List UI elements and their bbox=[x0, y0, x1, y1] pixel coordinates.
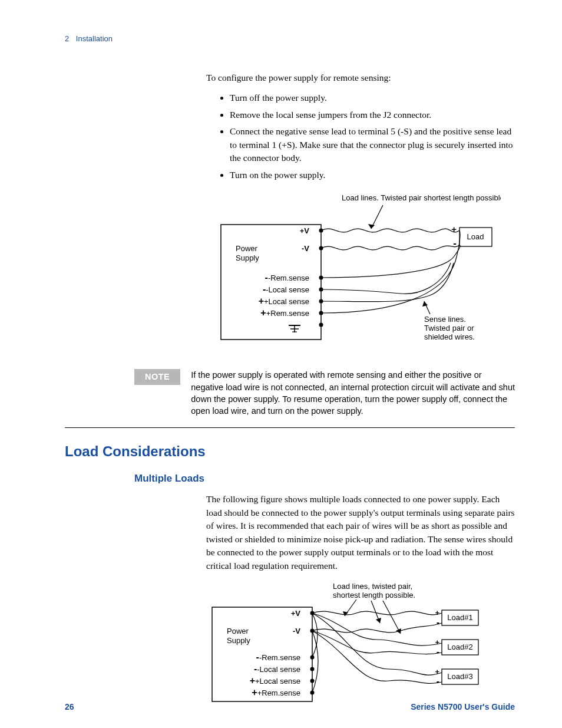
steps-list: Turn off the power supply. Remove the lo… bbox=[230, 91, 515, 182]
pos-rem-label: ++Rem.sense bbox=[260, 308, 309, 318]
d2-minus-v: -V bbox=[293, 627, 300, 635]
step-item: Turn on the power supply. bbox=[230, 169, 515, 182]
load2-label: Load#2 bbox=[447, 643, 472, 651]
l2-plus: + bbox=[435, 638, 439, 647]
step-item: Turn off the power supply. bbox=[230, 91, 515, 104]
svg-point-27 bbox=[310, 667, 315, 671]
multi-loads-text: The following figure shows multiple load… bbox=[206, 493, 515, 572]
multi-loads-text-block: The following figure shows multiple load… bbox=[206, 493, 515, 572]
chapter-title: Installation bbox=[76, 34, 113, 43]
l2-minus: - bbox=[437, 647, 439, 657]
d2-plus-v: +V bbox=[291, 609, 301, 618]
note-text: If the power supply is operated with rem… bbox=[191, 369, 515, 417]
note-block: NOTE If the power supply is operated wit… bbox=[134, 369, 515, 417]
d2-pos-rem: ++Rem.sense bbox=[252, 687, 300, 697]
section-heading: Load Considerations bbox=[65, 443, 515, 460]
svg-point-13 bbox=[319, 323, 323, 327]
chapter-header: 2 Installation bbox=[65, 34, 515, 43]
note-badge: NOTE bbox=[134, 369, 180, 384]
intro-block: To configure the power supply for remote… bbox=[206, 71, 515, 182]
subsection-heading: Multiple Loads bbox=[134, 473, 515, 485]
step-item: Remove the local sense jumpers from the … bbox=[230, 108, 515, 121]
intro-text: To configure the power supply for remote… bbox=[206, 71, 515, 84]
svg-marker-16 bbox=[422, 301, 428, 307]
load-label: Load bbox=[467, 232, 484, 241]
plus-v-label: +V bbox=[300, 226, 310, 235]
svg-point-28 bbox=[310, 679, 315, 683]
section-divider bbox=[65, 427, 515, 428]
remote-sense-diagram: Load lines. Twisted pair shortest length… bbox=[206, 192, 515, 357]
l3-plus: + bbox=[435, 667, 439, 676]
diagram-caption-side: Sense lines. Twisted pair or shielded wi… bbox=[424, 315, 476, 341]
load-plus: + bbox=[451, 224, 457, 234]
l1-plus: + bbox=[435, 608, 439, 617]
load3-label: Load#3 bbox=[447, 672, 472, 681]
d2-neg-loc: --Local sense bbox=[254, 664, 300, 674]
footer-title: Series N5700 User's Guide bbox=[411, 702, 515, 711]
minus-v-label: -V bbox=[302, 244, 309, 253]
svg-line-21 bbox=[383, 601, 401, 634]
d2-power-supply-label: PowerSupply bbox=[227, 627, 250, 645]
multiple-loads-diagram: Load lines, twisted pair, shortest lengt… bbox=[206, 581, 515, 704]
document-page: 2 Installation To configure the power su… bbox=[0, 0, 562, 728]
load1-label: Load#1 bbox=[447, 613, 472, 622]
svg-marker-1 bbox=[368, 224, 375, 229]
l3-minus: - bbox=[437, 676, 439, 686]
page-footer: 26 Series N5700 User's Guide bbox=[65, 702, 515, 711]
page-number: 26 bbox=[65, 702, 74, 711]
step-item: Connect the negative sense lead to termi… bbox=[230, 125, 515, 164]
diagram-caption-top: Load lines. Twisted pair shortest length… bbox=[342, 193, 501, 202]
load-minus: - bbox=[453, 238, 457, 249]
pos-loc-label: ++Local sense bbox=[259, 296, 309, 306]
l1-minus: - bbox=[437, 617, 439, 627]
power-supply-label: PowerSupply bbox=[236, 244, 259, 262]
d2-neg-rem: --Rem.sense bbox=[256, 652, 300, 662]
neg-loc-label: --Local sense bbox=[263, 284, 309, 294]
d2-pos-loc: ++Local sense bbox=[250, 676, 300, 686]
chapter-number: 2 bbox=[65, 34, 69, 43]
diagram2-caption-top: Load lines, twisted pair, shortest lengt… bbox=[333, 582, 415, 599]
neg-rem-label: --Rem.sense bbox=[265, 272, 309, 282]
